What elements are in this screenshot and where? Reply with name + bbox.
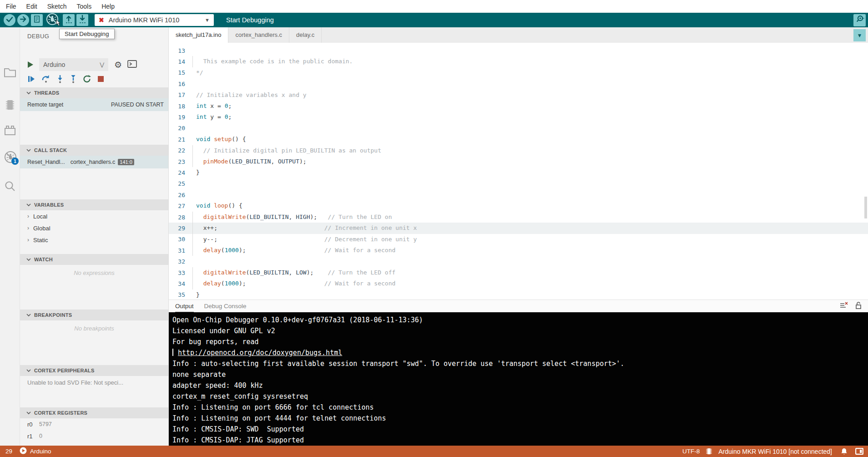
console-line: Info : auto-selecting first available se…	[172, 358, 868, 369]
scroll-lock-icon[interactable]	[855, 301, 862, 311]
variables-scope-static[interactable]: ›Static	[20, 234, 168, 246]
step-up-button[interactable]	[63, 14, 75, 26]
output-tab-output[interactable]: Output	[175, 300, 194, 312]
arduino-pro-ide-window: FileEditSketchToolsHelp	[0, 0, 868, 457]
tab-delay.c[interactable]: delay.c	[289, 27, 322, 43]
sketchbook-folder-icon[interactable]	[4, 66, 16, 79]
step-into-icon[interactable]	[56, 75, 64, 85]
continue-icon[interactable]	[27, 75, 35, 85]
threads-section-header[interactable]: THREADS	[20, 87, 168, 98]
board-selector[interactable]: ✖ Arduino MKR WiFi 1010 ▼	[95, 14, 214, 26]
check-icon	[5, 15, 14, 25]
line-indicator: 29	[5, 448, 12, 455]
debug-badge: 1	[11, 157, 19, 165]
editor-dropdown-button[interactable]: ▼	[853, 29, 866, 41]
gear-icon[interactable]: ⚙	[114, 61, 122, 69]
verify-button[interactable]	[4, 14, 15, 26]
console-line: Open On-Chip Debugger 0.10.0+dev-gf0767a…	[172, 315, 868, 325]
watch-empty-message: No expressions	[20, 265, 168, 276]
toolbar: ✖ Arduino MKR WiFi 1010 ▼ Start Debuggin…	[0, 13, 868, 27]
boards-chip-icon[interactable]	[4, 98, 16, 111]
clear-output-icon[interactable]	[840, 302, 848, 311]
search-icon[interactable]	[4, 180, 16, 193]
code-line-19: 19int y = 0;	[169, 112, 868, 122]
new-sketch-button[interactable]	[31, 14, 43, 26]
chevron-down-icon	[26, 411, 31, 415]
step-down-button[interactable]	[76, 14, 88, 26]
menu-item-sketch[interactable]: Sketch	[42, 3, 72, 10]
watch-section-header[interactable]: WATCH	[20, 254, 168, 265]
menu-item-edit[interactable]: Edit	[21, 3, 42, 10]
variables-scope-local[interactable]: ›Local	[20, 210, 168, 222]
chevron-down-icon	[26, 91, 31, 95]
menu-item-file[interactable]: File	[1, 3, 21, 10]
start-debugging-label: Start Debugging	[226, 16, 274, 24]
debug-session-row: Arduino ⋁ ⚙	[20, 57, 168, 72]
console-line: Info : Listening on port 4444 for telnet…	[172, 413, 868, 424]
chevron-down-icon: ⋁	[100, 61, 104, 68]
code-line-30: 30 y--; // Decrement in one unit y	[169, 234, 868, 245]
frame-position-badge: 141:0	[118, 159, 134, 165]
thread-row[interactable]: Remote target PAUSED ON START	[20, 98, 168, 111]
upload-button[interactable]	[17, 14, 29, 26]
code-line-14: 14 This example code is in the public do…	[169, 56, 868, 67]
variables-section-header[interactable]: VARIABLES	[20, 199, 168, 210]
step-over-icon[interactable]	[41, 75, 50, 85]
stop-icon[interactable]	[97, 76, 104, 84]
tab-sketch_jul17a.ino[interactable]: sketch_jul17a.ino	[169, 27, 228, 43]
code-line-31: 31 delay(1000); // Wait for a second	[169, 245, 868, 256]
console-line: none separate	[172, 369, 868, 380]
code-line-24: 24}	[169, 167, 868, 178]
tab-cortex_handlers.c[interactable]: cortex_handlers.c	[228, 27, 289, 43]
code-line-33: 33 digitalWrite(LED_BUILTIN, LOW); // Tu…	[169, 267, 868, 278]
debug-side-panel: DEBUG Arduino ⋁ ⚙	[20, 27, 169, 446]
chevron-down-icon: ▼	[205, 17, 210, 23]
session-select[interactable]: Arduino ⋁	[39, 58, 108, 71]
register-row-r1[interactable]: r10	[20, 430, 168, 442]
cortex-registers-section-header[interactable]: CORTEX REGISTERS	[20, 407, 168, 418]
menu-item-help[interactable]: Help	[96, 3, 120, 10]
chip-icon	[706, 447, 712, 455]
debug-icon[interactable]: 1	[4, 150, 16, 163]
start-session-icon[interactable]	[28, 61, 33, 68]
console-line: cortex_m reset_config sysresetreq	[172, 391, 868, 402]
register-row-r0[interactable]: r05797	[20, 418, 168, 430]
output-console[interactable]: Open On-Chip Debugger 0.10.0+dev-gf0767a…	[169, 312, 868, 446]
variables-scope-global[interactable]: ›Global	[20, 222, 168, 234]
output-tab-debug-console[interactable]: Debug Console	[204, 300, 247, 312]
console-line: Info : CMSIS-DAP: JTAG Supported	[172, 435, 868, 446]
console-line: adapter speed: 400 kHz	[172, 380, 868, 391]
library-box-icon[interactable]	[4, 125, 16, 137]
thread-status: PAUSED ON START	[111, 102, 164, 108]
code-editor[interactable]: 1314 This example code is in the public …	[169, 43, 868, 300]
thread-name: Remote target	[27, 102, 63, 108]
chevron-down-icon: ▼	[857, 32, 863, 39]
debug-controls	[20, 72, 168, 87]
call-stack-section-header[interactable]: CALL STACK	[20, 145, 168, 156]
screen-toggle-icon[interactable]	[855, 448, 863, 455]
code-line-20: 20	[169, 123, 868, 134]
bell-icon[interactable]	[841, 448, 848, 455]
encoding-indicator[interactable]: UTF-8	[682, 448, 700, 455]
editor-area: sketch_jul17a.inocortex_handlers.cdelay.…	[169, 27, 868, 446]
restart-icon[interactable]	[83, 75, 91, 85]
editor-tabbar: sketch_jul17a.inocortex_handlers.cdelay.…	[169, 27, 868, 43]
breakpoints-section-header[interactable]: BREAKPOINTS	[20, 310, 168, 320]
console-line: For bug reports, read	[172, 336, 868, 347]
chevron-down-icon	[26, 314, 31, 317]
board-disconnected-icon: ✖	[99, 16, 104, 24]
menu-item-tools[interactable]: Tools	[72, 3, 97, 10]
call-stack-frame-row[interactable]: Reset_Handl... cortex_handlers.c 141:0	[20, 156, 168, 168]
start-debugging-button[interactable]	[45, 13, 59, 27]
console-line: Info : Listening on port 6666 for tcl co…	[172, 402, 868, 413]
serial-monitor-button[interactable]	[853, 14, 866, 26]
cortex-peripherals-section-header[interactable]: CORTEX PERIPHERALS	[20, 365, 168, 376]
step-out-icon[interactable]	[70, 75, 77, 85]
play-circle-icon	[20, 447, 27, 456]
breakpoints-empty-message: No breakpoints	[20, 320, 168, 332]
code-line-21: 21void setup() {	[169, 134, 868, 145]
tooltip: Start Debugging	[59, 29, 115, 39]
board-status[interactable]: Arduino MKR WiFi 1010 [not connected]	[718, 448, 832, 455]
editor-scrollbar[interactable]	[864, 197, 867, 218]
debug-console-icon[interactable]	[127, 60, 137, 70]
